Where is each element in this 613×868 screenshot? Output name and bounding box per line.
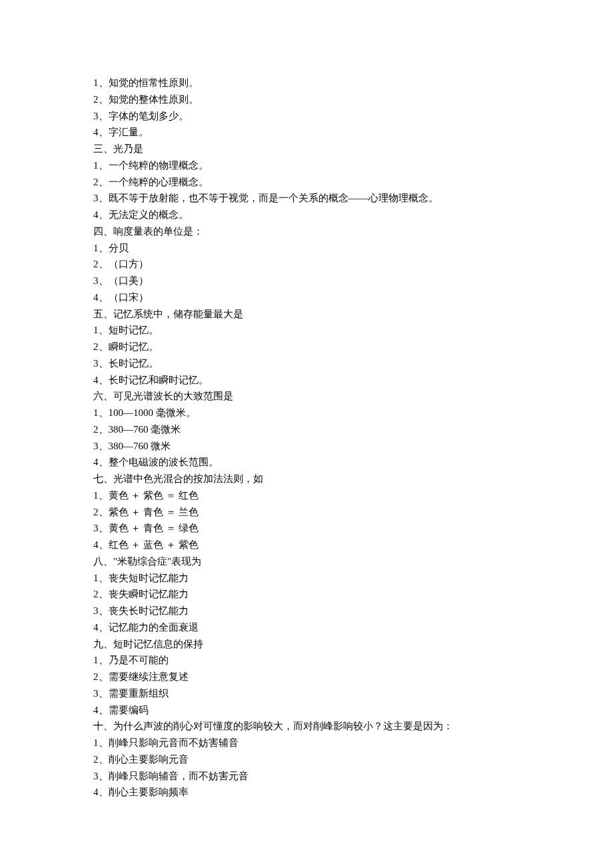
text-line: 3、丧失长时记忆能力 [93,603,533,619]
document-content: 1、知觉的恒常性原则。 2、知觉的整体性原则。 3、字体的笔划多少。 4、字汇量… [93,75,533,801]
text-line: 2、知觉的整体性原则。 [93,91,533,108]
text-line: 4、字汇量。 [93,124,533,141]
text-line: 五、记忆系统中，储存能量最大是 [93,306,533,323]
text-line: 1、一个纯粹的物理概念。 [93,157,533,174]
text-line: 3、380—760 微米 [93,438,533,455]
text-line: 2、瞬时记忆。 [93,339,533,355]
text-line: 1、100—1000 毫微米。 [93,405,533,421]
text-line: 3、黄色 ＋ 青色 ＝ 绿色 [93,520,533,537]
text-line: 1、削峰只影响元音而不妨害辅音 [93,735,533,751]
text-line: 1、短时记忆。 [93,322,533,339]
text-line: 4、无法定义的概念。 [93,207,533,223]
text-line: 3、长时记忆。 [93,355,533,372]
text-line: 4、（口宋） [93,289,533,306]
text-line: 2、削心主要影响元音 [93,751,533,768]
text-line: 4、记忆能力的全面衰退 [93,619,533,636]
text-line: 1、黄色 ＋ 紫色 ＝ 红色 [93,487,533,504]
text-line: 2、（口方） [93,256,533,273]
text-line: 3、（口美） [93,273,533,289]
text-line: 九、短时记忆信息的保持 [93,636,533,653]
text-line: 1、乃是不可能的 [93,652,533,669]
text-line: 4、长时记忆和瞬时记忆。 [93,372,533,389]
text-line: 三、光乃是 [93,141,533,157]
text-line: 4、削心主要影响频率 [93,784,533,801]
text-line: 六、可见光谱波长的大致范围是 [93,388,533,405]
text-line: 四、响度量表的单位是： [93,223,533,240]
text-line: 2、紫色 ＋ 青色 ＝ 兰色 [93,504,533,521]
text-line: 4、整个电磁波的波长范围。 [93,454,533,471]
text-line: 3、既不等于放射能，也不等于视觉，而是一个关系的概念——心理物理概念。 [93,190,533,207]
text-line: 4、红色 ＋ 蓝色 ＋ 紫色 [93,537,533,553]
text-line: 2、需要继续注意复述 [93,669,533,685]
text-line: 1、丧失短时记忆能力 [93,570,533,587]
text-line: 1、分贝 [93,240,533,257]
text-line: 十、为什么声波的削心对可懂度的影响较大，而对削峰影响较小？这主要是因为： [93,718,533,735]
text-line: 八、"米勒综合症"表现为 [93,553,533,570]
text-line: 七、光谱中色光混合的按加法法则，如 [93,471,533,487]
text-line: 1、知觉的恒常性原则。 [93,75,533,91]
text-line: 3、字体的笔划多少。 [93,108,533,125]
text-line: 2、丧失瞬时记忆能力 [93,586,533,603]
text-line: 3、需要重新组织 [93,685,533,702]
text-line: 2、一个纯粹的心理概念。 [93,174,533,191]
text-line: 2、380—760 毫微米 [93,421,533,438]
text-line: 4、需要编码 [93,702,533,719]
text-line: 3、削峰只影响辅音，而不妨害元音 [93,768,533,785]
